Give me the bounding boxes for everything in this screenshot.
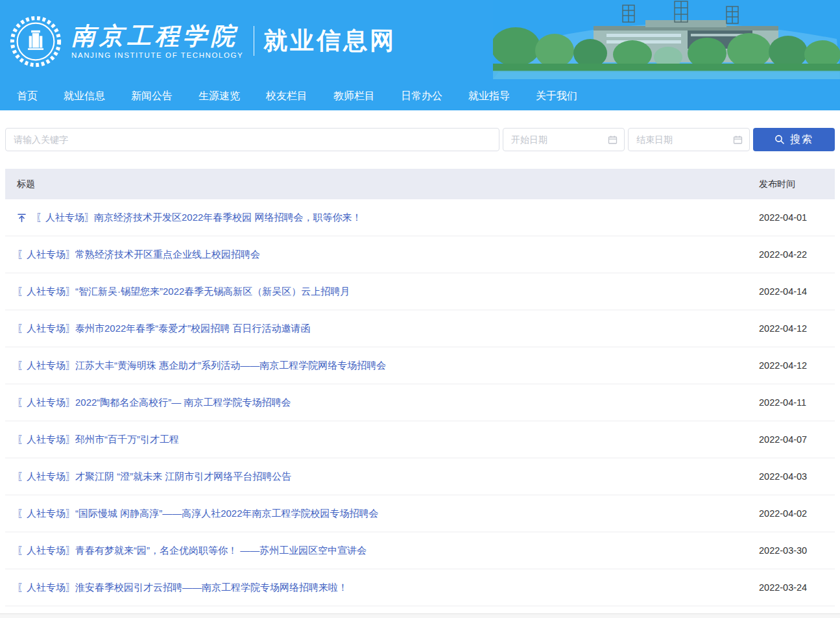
row-main: 〖人社专场〗才聚江阴 “澄”就未来 江阴市引才网络平台招聘公告 [5,471,759,483]
row-main: 〖人社专场〗淮安春季校园引才云招聘——南京工程学院专场网络招聘来啦！ [5,582,759,594]
row-main: 〖人社专场〗南京经济技术开发区2022年春季校园 网络招聘会，职等你来！ [5,212,759,224]
row-main: 〖人社专场〗“国际慢城 闲静高淳”——高淳人社2022年南京工程学院校园专场招聘… [5,508,759,520]
start-date-field-wrap [503,128,625,151]
search-button-label: 搜索 [790,133,813,147]
pinned-top-icon [17,213,27,223]
announcement-link-5[interactable]: 〖人社专场〗2022“陶都名企高校行”— 南京工程学院专场招聘会 [17,397,291,409]
table-row: 〖人社专场〗邳州市“百千万”引才工程2022-04-07 [5,421,835,458]
row-main: 〖人社专场〗邳州市“百千万”引才工程 [5,434,759,446]
table-row: 〖人社专场〗淮安春季校园引才云招聘——南京工程学院专场网络招聘来啦！2022-0… [5,569,835,606]
table-row: 〖人社专场〗泰州市2022年春季“泰爱才”校园招聘 百日行活动邀请函2022-0… [5,310,835,347]
table-row: 〖人社专场〗“国际慢城 闲静高淳”——高淳人社2022年南京工程学院校园专场招聘… [5,495,835,532]
nav-item-4[interactable]: 校友栏目 [266,90,307,103]
announcement-link-9[interactable]: 〖人社专场〗青春有梦就来“园”，名企优岗职等你！ ——苏州工业园区空中宣讲会 [17,545,366,557]
nav-item-8[interactable]: 关于我们 [536,90,577,103]
publish-date: 2022-03-24 [759,582,835,593]
publish-date: 2022-04-12 [759,360,835,371]
announcement-link-3[interactable]: 〖人社专场〗泰州市2022年春季“泰爱才”校园招聘 百日行活动邀请函 [17,323,311,335]
nav-item-1[interactable]: 就业信息 [64,90,105,103]
row-main: 〖人社专场〗青春有梦就来“园”，名企优岗职等你！ ——苏州工业园区空中宣讲会 [5,545,759,557]
announcement-link-4[interactable]: 〖人社专场〗江苏大丰“黄海明珠 惠企助才”系列活动——南京工程学院网络专场招聘会 [17,360,386,372]
table-row: 〖人社专场〗“智汇新吴·锡望您来”2022春季无锡高新区（新吴区）云上招聘月20… [5,273,835,310]
university-name-en: NANJING INSTITUTE OF TECHNOLOGY [71,51,243,59]
announcement-link-1[interactable]: 〖人社专场〗常熟经济技术开区重点企业线上校园招聘会 [17,249,260,261]
table-row: 〖人社专场〗江苏大丰“黄海明珠 惠企助才”系列活动——南京工程学院网络专场招聘会… [5,347,835,384]
publish-date: 2022-04-01 [759,212,835,223]
announcement-link-8[interactable]: 〖人社专场〗“国际慢城 闲静高淳”——高淳人社2022年南京工程学院校园专场招聘… [17,508,379,520]
search-bar: 搜索 [5,128,835,151]
table-row: 〖人社专场〗才聚江阴 “澄”就未来 江阴市引才网络平台招聘公告2022-04-0… [5,458,835,495]
table-row: 〖人社专场〗南京经济技术开发区2022年春季校园 网络招聘会，职等你来！2022… [5,199,835,236]
row-main: 〖人社专场〗江苏大丰“黄海明珠 惠企助才”系列活动——南京工程学院网络专场招聘会 [5,360,759,372]
footer-strip [0,613,840,618]
announcement-link-6[interactable]: 〖人社专场〗邳州市“百千万”引才工程 [17,434,179,446]
table-body: 〖人社专场〗南京经济技术开发区2022年春季校园 网络招聘会，职等你来！2022… [5,199,835,606]
table-header: 标题 发布时间 [5,169,835,199]
publish-date: 2022-04-12 [759,323,835,334]
nav-item-6[interactable]: 日常办公 [401,90,442,103]
announcement-table: 标题 发布时间 〖人社专场〗南京经济技术开发区2022年春季校园 网络招聘会，职… [5,169,835,606]
table-row: 〖人社专场〗青春有梦就来“园”，名企优岗职等你！ ——苏州工业园区空中宣讲会20… [5,532,835,569]
brand-block: 南京工程学院 NANJING INSTITUTE OF TECHNOLOGY [71,23,243,59]
row-main: 〖人社专场〗泰州市2022年春季“泰爱才”校园招聘 百日行活动邀请函 [5,323,759,335]
nav-item-3[interactable]: 生源速览 [198,90,240,103]
publish-date: 2022-04-02 [759,508,835,519]
site-header: 南京工程学院 NANJING INSTITUTE OF TECHNOLOGY 就… [0,0,840,82]
publish-date: 2022-04-07 [759,434,835,445]
university-seal-logo [8,14,64,69]
keyword-input[interactable] [6,129,499,151]
university-name-cn: 南京工程学院 [71,23,243,49]
keyword-field-wrap [5,128,499,151]
search-icon [774,134,785,145]
nav-item-2[interactable]: 新闻公告 [131,90,173,103]
publish-date: 2022-04-14 [759,286,835,297]
nav-item-5[interactable]: 教师栏目 [333,90,375,103]
announcement-link-10[interactable]: 〖人社专场〗淮安春季校园引才云招聘——南京工程学院专场网络招聘来啦！ [17,582,348,594]
site-title: 就业信息网 [263,25,396,57]
end-date-field-wrap [628,128,750,151]
end-date-input[interactable] [629,129,749,151]
start-date-input[interactable] [503,129,624,151]
row-main: 〖人社专场〗常熟经济技术开区重点企业线上校园招聘会 [5,249,759,261]
publish-date: 2022-04-11 [759,397,835,408]
row-main: 〖人社专场〗2022“陶都名企高校行”— 南京工程学院专场招聘会 [5,397,759,409]
announcement-link-7[interactable]: 〖人社专场〗才聚江阴 “澄”就未来 江阴市引才网络平台招聘公告 [17,471,291,483]
publish-date: 2022-03-30 [759,545,835,556]
row-main: 〖人社专场〗“智汇新吴·锡望您来”2022春季无锡高新区（新吴区）云上招聘月 [5,286,759,298]
publish-date: 2022-04-22 [759,249,835,260]
column-header-title: 标题 [5,179,759,190]
search-button[interactable]: 搜索 [753,128,835,151]
table-row: 〖人社专场〗2022“陶都名企高校行”— 南京工程学院专场招聘会2022-04-… [5,384,835,421]
nav-item-7[interactable]: 就业指导 [468,90,510,103]
main-nav: 首页就业信息新闻公告生源速览校友栏目教师栏目日常办公就业指导关于我们 [0,82,840,110]
column-header-date: 发布时间 [759,179,835,190]
nav-item-0[interactable]: 首页 [17,90,38,103]
brand-divider [254,26,254,56]
publish-date: 2022-04-03 [759,471,835,482]
table-row: 〖人社专场〗常熟经济技术开区重点企业线上校园招聘会2022-04-22 [5,236,835,273]
announcement-link-2[interactable]: 〖人社专场〗“智汇新吴·锡望您来”2022春季无锡高新区（新吴区）云上招聘月 [17,286,350,298]
footer-gap [0,606,840,613]
announcement-link-0[interactable]: 〖人社专场〗南京经济技术开发区2022年春季校园 网络招聘会，职等你来！ [36,212,362,224]
